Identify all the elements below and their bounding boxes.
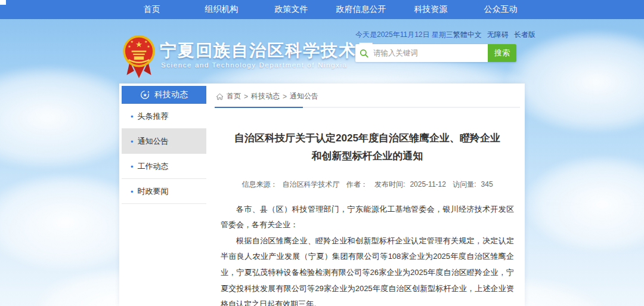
breadcrumb-home[interactable]: 首页 bbox=[227, 91, 241, 101]
site-subtitle: Science and Technology Department of Nin… bbox=[161, 61, 347, 69]
current-date: 今天是2025年11月12日 星期三 bbox=[355, 30, 453, 40]
search-bar: 搜索 bbox=[355, 44, 516, 62]
sidebar-item-label: 头条推荐 bbox=[138, 111, 169, 122]
link-accessibility[interactable]: 无障碍 bbox=[487, 30, 509, 40]
cloud-decoration bbox=[507, 31, 644, 132]
bullet-icon: • bbox=[131, 188, 134, 196]
nav-item-interaction[interactable]: 公众互动 bbox=[466, 4, 535, 15]
article-paragraph: 根据自治区雏鹰企业、瞪羚企业和创新型标杆企业认定管理有关规定，决定认定半亩良人农… bbox=[221, 233, 514, 306]
main-content: 首页 > 科技动态 > 通知公告 自治区科技厅关于认定2025年度自治区雏鹰企业… bbox=[215, 88, 520, 306]
emblem-icon: ★ ★ ★ ★ ★ bbox=[122, 33, 156, 79]
nav-item-policy[interactable]: 政策文件 bbox=[256, 4, 326, 15]
meta-views-value: 345 bbox=[481, 180, 493, 188]
sidebar-item-headlines[interactable]: • 头条推荐 bbox=[122, 104, 206, 129]
cloud-decoration bbox=[525, 156, 644, 252]
article-body: 各市、县（区）科技管理部门，宁东能源化工基地管委会，银川经济技术开发区管委会，各… bbox=[221, 202, 514, 306]
breadcrumb-separator: > bbox=[244, 92, 248, 101]
sidebar-item-label: 通知公告 bbox=[138, 136, 169, 147]
link-traditional-chinese[interactable]: 繁體中文 bbox=[453, 30, 482, 40]
top-info-bar: 今天是2025年11月12日 星期三 繁體中文 无障碍 长者版 bbox=[355, 30, 521, 40]
quick-links: 繁體中文 无障碍 长者版 bbox=[453, 30, 535, 40]
breadcrumb: 首页 > 科技动态 > 通知公告 bbox=[215, 88, 520, 108]
article-title-line2: 和创新型标杆企业的通知 bbox=[215, 147, 520, 165]
sidebar-title: 科技动态 bbox=[154, 89, 188, 100]
search-button[interactable]: 搜索 bbox=[488, 44, 516, 62]
breadcrumb-notices[interactable]: 通知公告 bbox=[290, 91, 318, 101]
bullet-icon: • bbox=[131, 113, 134, 120]
article-paragraph: 各市、县（区）科技管理部门，宁东能源化工基地管委会，银川经济技术开发区管委会，各… bbox=[221, 202, 514, 233]
meta-publish-value: 2025-11-12 bbox=[410, 180, 446, 188]
nav-item-home[interactable]: 首页 bbox=[117, 4, 187, 15]
bullet-icon: • bbox=[131, 163, 134, 171]
sidebar-item-political-news[interactable]: • 时政要闻 bbox=[122, 179, 206, 204]
article-title: 自治区科技厅关于认定2025年度自治区雏鹰企业、瞪羚企业 和创新型标杆企业的通知 bbox=[215, 129, 520, 165]
sidebar-item-label: 工作动态 bbox=[138, 161, 169, 172]
link-elder-version[interactable]: 长者版 bbox=[514, 30, 535, 40]
svg-text:★: ★ bbox=[128, 44, 131, 48]
window-corner bbox=[0, 0, 6, 5]
nav-item-gov-info[interactable]: 政府信息公开 bbox=[326, 4, 396, 15]
breadcrumb-tech-news[interactable]: 科技动态 bbox=[251, 91, 280, 101]
sidebar-item-work-trends[interactable]: • 工作动态 bbox=[122, 154, 206, 179]
article-meta: 信息来源：自治区科学技术厅 作者： 发布时间:2025-11-12 访问量:34… bbox=[215, 180, 520, 190]
bullet-icon: • bbox=[131, 138, 134, 146]
svg-text:★: ★ bbox=[144, 39, 148, 44]
svg-text:★: ★ bbox=[135, 40, 143, 49]
breadcrumb-separator: > bbox=[283, 92, 287, 101]
nav-item-organization[interactable]: 组织机构 bbox=[187, 4, 256, 15]
meta-publish-label: 发布时间: bbox=[374, 180, 405, 188]
sidebar-header: ★ 科技动态 bbox=[122, 86, 206, 104]
sidebar: ★ 科技动态 • 头条推荐 • 通知公告 • 工作动态 • 时政要闻 bbox=[122, 86, 206, 204]
sidebar-item-notices[interactable]: • 通知公告 bbox=[122, 129, 206, 154]
sidebar-item-label: 时政要闻 bbox=[138, 186, 169, 197]
site-title: 宁夏回族自治区科学技术厅 bbox=[160, 39, 374, 62]
search-input[interactable] bbox=[372, 44, 488, 62]
national-emblem-logo: ★ ★ ★ ★ ★ bbox=[122, 33, 156, 81]
content-panel: ★ 科技动态 • 头条推荐 • 通知公告 • 工作动态 • 时政要闻 bbox=[119, 84, 525, 306]
article-title-line1: 自治区科技厅关于认定2025年度自治区雏鹰企业、瞪羚企业 bbox=[215, 129, 520, 147]
meta-views-label: 访问量: bbox=[453, 180, 476, 188]
meta-source-label: 信息来源： bbox=[242, 180, 277, 188]
top-nav: 首页 组织机构 政策文件 政府信息公开 科技资源 公众互动 bbox=[0, 0, 644, 19]
meta-author-label: 作者： bbox=[346, 180, 368, 188]
home-icon bbox=[216, 93, 224, 100]
page: 首页 组织机构 政策文件 政府信息公开 科技资源 公众互动 ★ ★ ★ ★ ★ … bbox=[0, 0, 644, 306]
search-icon bbox=[355, 44, 372, 62]
svg-text:★: ★ bbox=[130, 39, 134, 44]
nav-item-resources[interactable]: 科技资源 bbox=[396, 4, 466, 15]
svg-text:★: ★ bbox=[143, 92, 147, 98]
meta-source-value: 自治区科学技术厅 bbox=[282, 180, 339, 188]
svg-text:★: ★ bbox=[147, 44, 150, 48]
tech-news-icon: ★ bbox=[140, 90, 150, 100]
